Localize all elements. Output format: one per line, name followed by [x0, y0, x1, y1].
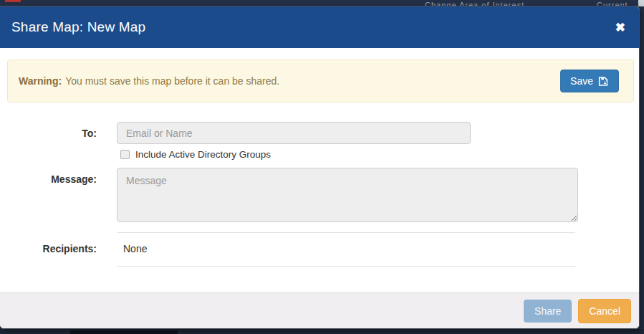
recipients-value: None — [123, 243, 147, 254]
recipients-divider-top — [117, 232, 575, 233]
page-corner-fragment — [638, 0, 644, 6]
message-label: Message: — [0, 173, 97, 185]
screen: Change Area of Interest Current Share Ma… — [0, 0, 644, 334]
message-textarea[interactable] — [117, 168, 578, 222]
to-label: To: — [0, 128, 97, 139]
save-button[interactable]: Save — [560, 70, 619, 92]
share-button[interactable]: Share — [524, 300, 572, 323]
dialog-header: Share Map: New Map ✖ — [0, 6, 639, 48]
warning-message: You must save this map before it can be … — [65, 75, 279, 87]
close-icon[interactable]: ✖ — [614, 20, 627, 35]
page-logo-fragment — [5, 0, 21, 2]
page-bottom-fragment — [70, 330, 178, 334]
save-button-label: Save — [570, 75, 593, 87]
warning-label: Warning: — [19, 75, 62, 87]
save-floppy-icon — [598, 76, 609, 87]
include-ad-groups-row: Include Active Directory Groups — [120, 149, 271, 160]
include-ad-groups-checkbox[interactable] — [120, 150, 130, 159]
cancel-button[interactable]: Cancel — [578, 299, 631, 323]
dialog-footer: Share Cancel — [0, 292, 639, 328]
dialog-title: Share Map: New Map — [11, 19, 145, 35]
include-ad-groups-label[interactable]: Include Active Directory Groups — [135, 149, 271, 160]
to-input[interactable] — [117, 122, 471, 144]
share-map-dialog: Share Map: New Map ✖ Warning: You must s… — [0, 6, 640, 329]
warning-alert: Warning: You must save this map before i… — [7, 59, 634, 102]
recipients-label: Recipients: — [0, 243, 97, 254]
recipients-divider-bottom — [117, 266, 575, 267]
